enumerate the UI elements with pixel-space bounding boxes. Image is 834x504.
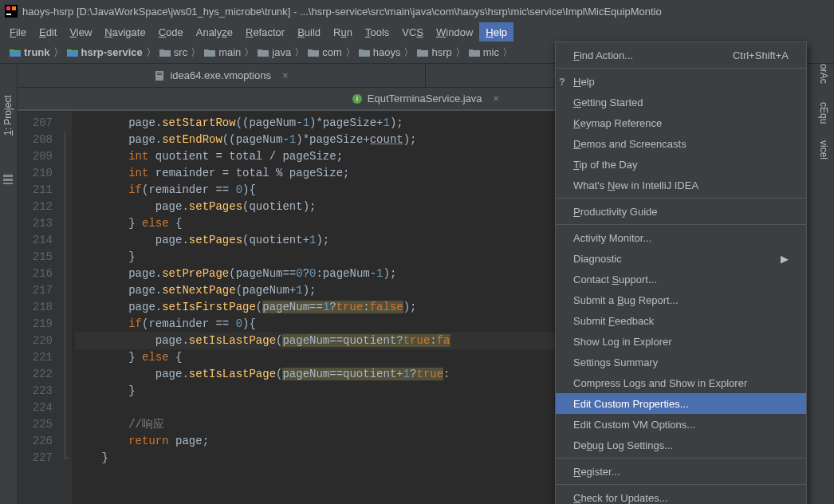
line-number: 218 xyxy=(18,299,53,316)
menu-vcs[interactable]: VCS xyxy=(395,22,430,41)
editor-tab-vmoptions[interactable]: idea64.exe.vmoptions × xyxy=(18,64,426,87)
menu-item-register[interactable]: Register... xyxy=(556,461,806,482)
chevron-right-icon: 〉 xyxy=(403,45,414,60)
menu-item-label: Tip of the Day xyxy=(573,159,637,171)
breadcrumb-item[interactable]: trunk xyxy=(6,46,53,58)
menu-item-what-s-new-in-intellij-idea[interactable]: What's New in IntelliJ IDEA xyxy=(556,175,806,195)
line-number: 220 xyxy=(18,333,53,349)
menu-item-submit-feedback[interactable]: Submit Feedback xyxy=(556,310,806,331)
menu-separator xyxy=(556,224,806,225)
right-tab-c[interactable]: vicel xyxy=(818,140,829,159)
menu-item-label: Activity Monitor... xyxy=(573,232,651,244)
menu-item-find-action[interactable]: Find Action...Ctrl+Shift+A xyxy=(556,45,806,65)
structure-icon[interactable] xyxy=(2,174,14,185)
menu-file[interactable]: File xyxy=(3,22,33,41)
right-tab-a[interactable]: orAc xyxy=(818,64,829,84)
chevron-right-icon: 〉 xyxy=(244,45,254,60)
line-number: 211 xyxy=(18,182,53,199)
menu-item-getting-started[interactable]: Getting Started xyxy=(556,92,806,112)
line-number: 217 xyxy=(18,282,53,299)
menu-item-label: Find Action... xyxy=(573,49,633,61)
menu-item-activity-monitor[interactable]: Activity Monitor... xyxy=(556,227,806,248)
menu-item-submit-a-bug-report[interactable]: Submit a Bug Report... xyxy=(556,289,806,310)
menu-item-label: Settings Summary xyxy=(573,356,658,368)
chevron-right-icon: 〉 xyxy=(146,45,156,60)
menu-refactor[interactable]: Refactor xyxy=(239,22,291,41)
menu-code[interactable]: Code xyxy=(152,22,190,41)
menu-item-diagnostic[interactable]: Diagnostic▶ xyxy=(556,248,806,269)
menu-item-check-for-updates[interactable]: Check for Updates... xyxy=(556,487,806,504)
line-number: 224 xyxy=(18,400,53,416)
menu-item-label: Register... xyxy=(573,466,620,478)
menu-item-label: Show Log in Explorer xyxy=(573,336,672,348)
menu-item-label: Edit Custom VM Options... xyxy=(573,419,695,431)
menu-item-label: Diagnostic xyxy=(573,253,622,265)
menu-edit[interactable]: Edit xyxy=(33,22,63,41)
line-number: 215 xyxy=(18,249,53,266)
svg-rect-4 xyxy=(10,51,21,57)
svg-rect-2 xyxy=(12,6,16,10)
menu-item-compress-logs-and-show-in-explorer[interactable]: Compress Logs and Show in Explorer xyxy=(556,372,806,393)
project-tool-button[interactable]: 1: Project xyxy=(2,95,14,136)
line-number-gutter: 2072082092102112122132142152162172182192… xyxy=(18,112,61,504)
menu-item-tip-of-the-day[interactable]: Tip of the Day xyxy=(556,154,806,175)
menu-item-label: Demos and Screencasts xyxy=(573,138,686,150)
breadcrumb-item[interactable]: hsrp xyxy=(414,46,454,58)
menu-item-settings-summary[interactable]: Settings Summary xyxy=(556,352,806,372)
close-icon[interactable]: × xyxy=(282,69,289,81)
menu-item-debug-log-settings[interactable]: Debug Log Settings... xyxy=(556,435,806,455)
line-number: 216 xyxy=(18,266,53,282)
breadcrumb-item[interactable]: java xyxy=(254,46,294,58)
menu-help[interactable]: Help xyxy=(479,22,513,41)
menu-navigate[interactable]: Navigate xyxy=(98,22,151,41)
line-number: 226 xyxy=(18,433,53,450)
menu-item-contact-support[interactable]: Contact Support... xyxy=(556,269,806,289)
svg-rect-8 xyxy=(3,183,13,184)
menu-analyze[interactable]: Analyze xyxy=(190,22,239,41)
line-number: 225 xyxy=(18,416,53,433)
menu-separator xyxy=(556,484,806,485)
right-tab-b[interactable]: cEqu xyxy=(818,102,829,124)
svg-rect-3 xyxy=(6,14,11,15)
close-icon[interactable]: × xyxy=(494,93,500,104)
menu-item-help[interactable]: ?Help xyxy=(556,71,806,92)
line-number: 223 xyxy=(18,383,53,400)
menu-window[interactable]: Window xyxy=(430,22,479,41)
breadcrumb-item[interactable]: hsrp-service xyxy=(64,46,146,58)
menu-item-label: What's New in IntelliJ IDEA xyxy=(573,179,698,191)
menu-item-edit-custom-properties[interactable]: Edit Custom Properties... xyxy=(556,393,806,414)
line-number: 227 xyxy=(18,450,53,467)
chevron-right-icon: 〉 xyxy=(345,45,356,60)
fold-gutter xyxy=(61,112,72,504)
line-number: 214 xyxy=(18,232,53,249)
line-number: 219 xyxy=(18,316,53,333)
menu-item-keymap-reference[interactable]: Keymap Reference xyxy=(556,112,806,133)
breadcrumb-item[interactable]: haoys xyxy=(356,46,404,58)
help-dropdown: Find Action...Ctrl+Shift+A?HelpGetting S… xyxy=(555,41,807,504)
tab-label: EqutTerminaService.java xyxy=(368,93,482,104)
breadcrumb-item[interactable]: mic xyxy=(466,46,502,58)
menu-run[interactable]: Run xyxy=(327,22,359,41)
menu-item-label: Edit Custom Properties... xyxy=(573,398,689,410)
file-icon xyxy=(154,70,165,81)
breadcrumb-item[interactable]: src xyxy=(156,46,191,58)
chevron-right-icon: 〉 xyxy=(294,45,305,60)
breadcrumb-item[interactable]: main xyxy=(201,46,244,58)
right-tool-strip: orAc cEqu vicel xyxy=(807,64,834,504)
menu-view[interactable]: View xyxy=(63,22,98,41)
menu-item-edit-custom-vm-options[interactable]: Edit Custom VM Options... xyxy=(556,414,806,435)
window-title: haoys-hsrp [D:\JavaWorkSpace\jws01_hys_m… xyxy=(22,6,662,18)
menu-item-show-log-in-explorer[interactable]: Show Log in Explorer xyxy=(556,331,806,352)
menu-item-demos-and-screencasts[interactable]: Demos and Screencasts xyxy=(556,133,806,154)
menu-tools[interactable]: Tools xyxy=(359,22,395,41)
chevron-right-icon: 〉 xyxy=(502,45,513,60)
submenu-arrow-icon: ▶ xyxy=(781,253,789,265)
menu-item-productivity-guide[interactable]: Productivity Guide xyxy=(556,201,806,222)
breadcrumb-item[interactable]: com xyxy=(305,46,345,58)
menu-item-label: Help xyxy=(573,76,595,88)
menu-separator xyxy=(556,198,806,199)
svg-rect-1 xyxy=(6,6,10,10)
menu-build[interactable]: Build xyxy=(291,22,327,41)
menu-shortcut: Ctrl+Shift+A xyxy=(733,49,789,61)
chevron-right-icon: 〉 xyxy=(53,45,64,60)
